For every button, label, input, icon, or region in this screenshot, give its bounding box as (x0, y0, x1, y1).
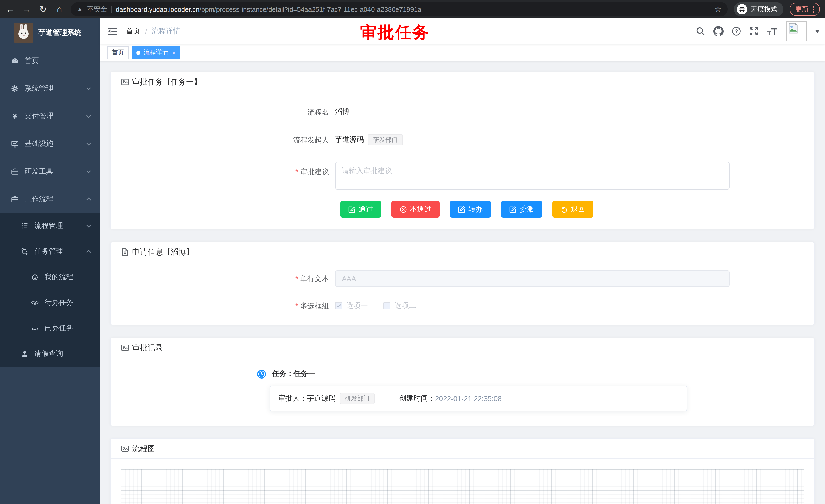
sidebar: 芋道管理系统 首页 系统管理 ¥ 支付管理 基础设施 (0, 18, 100, 504)
tab-label: 首页 (112, 48, 124, 57)
approver-label: 审批人： (278, 394, 307, 403)
navbar-actions: ? (696, 21, 825, 41)
document-icon (121, 248, 129, 256)
opinion-textarea[interactable] (335, 162, 730, 189)
field-label: 流程名 (121, 106, 335, 118)
breadcrumb-home[interactable]: 首页 (126, 27, 140, 36)
reject-button[interactable]: 不通过 (391, 201, 440, 218)
delegate-button[interactable]: 委派 (501, 201, 542, 218)
chevron-down-icon (86, 169, 92, 175)
red-annotation-text: 审批任务 (360, 21, 430, 44)
sidebar-item-label: 基础设施 (24, 139, 53, 149)
sidebar-item-leave-query[interactable]: 请假查询 (0, 341, 100, 367)
card-header: 申请信息【滔博】 (111, 242, 814, 262)
bpmn-canvas-grid[interactable] (121, 469, 804, 504)
card-title: 申请信息【滔博】 (132, 247, 194, 257)
sidebar-item-todo-tasks[interactable]: 待办任务 (0, 290, 100, 316)
field-label: *单行文本 (121, 273, 335, 284)
reload-icon[interactable]: ↻ (38, 5, 48, 14)
main-area: 首页 / 流程详情 审批任务 ? 首页 (100, 18, 825, 504)
search-icon[interactable] (696, 27, 705, 36)
eye-closed-icon (31, 324, 39, 332)
sidebar-item-home[interactable]: 首页 (0, 47, 100, 75)
gear-icon (11, 85, 19, 93)
update-chrome-button[interactable]: 更新 (790, 3, 820, 16)
navbar: 首页 / 流程详情 审批任务 ? (100, 18, 825, 44)
approval-record-card: 审批记录 任务：任务一 审批人： 芋道源码 研发部门 创建时间： (110, 338, 815, 426)
app-logo[interactable]: 芋道管理系统 (0, 18, 100, 47)
tab-process-detail[interactable]: 流程详情 × (132, 46, 180, 59)
field-label: 流程发起人 (121, 134, 335, 146)
card-header: 审批任务【任务一】 (111, 72, 814, 92)
chevron-down-icon (86, 141, 92, 147)
monitor-icon (11, 140, 19, 148)
initiator-row: 流程发起人 芋道源码 研发部门 (121, 134, 804, 146)
chevron-up-icon (86, 248, 92, 255)
picture-icon (121, 444, 129, 453)
sidebar-item-system[interactable]: 系统管理 (0, 75, 100, 102)
sidebar-item-devtools[interactable]: 研发工具 (0, 158, 100, 185)
sidebar-item-label: 流程管理 (34, 221, 63, 231)
sidebar-collapse-icon[interactable] (100, 26, 118, 36)
approve-button[interactable]: 通过 (340, 201, 381, 218)
breadcrumb-current: 流程详情 (152, 27, 180, 36)
sidebar-item-payment[interactable]: ¥ 支付管理 (0, 102, 100, 130)
svg-text:?: ? (735, 28, 738, 34)
toolbox-icon (11, 195, 19, 203)
close-icon[interactable]: × (172, 50, 175, 56)
checkbox-option2[interactable]: 选项二 (383, 301, 416, 310)
checkbox-option1[interactable]: 选项一 (335, 301, 368, 310)
sidebar-item-infra[interactable]: 基础设施 (0, 130, 100, 158)
approval-actions: 通过 不通过 转办 委派 (121, 201, 804, 218)
return-button[interactable]: 退回 (552, 201, 593, 218)
checkbox-unchecked-icon (383, 302, 390, 309)
security-label: 不安全 (87, 5, 107, 14)
field-label: *审批建议 (121, 162, 335, 177)
checkbox-group: 选项一 选项二 (335, 301, 432, 310)
transfer-button[interactable]: 转办 (450, 201, 491, 218)
address-bar[interactable]: ▲ 不安全 dashboard.yudao.iocoder.cn/bpm/pro… (71, 2, 728, 16)
sidebar-item-task-mgmt[interactable]: 任务管理 (0, 239, 100, 264)
initiator-value: 芋道源码 研发部门 (335, 134, 403, 146)
bookmark-star-icon[interactable]: ☆ (715, 5, 722, 14)
font-size-icon[interactable] (767, 27, 778, 36)
browser-menu-icon[interactable] (813, 6, 814, 12)
sidebar-item-done-tasks[interactable]: 已办任务 (0, 316, 100, 341)
dept-tag: 研发部门 (340, 393, 375, 404)
github-icon[interactable] (713, 26, 724, 36)
help-icon[interactable]: ? (732, 27, 741, 36)
timeline-item: 任务：任务一 (121, 369, 804, 379)
sidebar-item-process-mgmt[interactable]: 流程管理 (0, 213, 100, 239)
checkbox-checked-icon (335, 302, 342, 309)
sidebar-item-label: 待办任务 (45, 298, 73, 307)
incognito-icon (737, 4, 747, 14)
sidebar-item-label: 任务管理 (34, 247, 63, 256)
sidebar-item-label: 我的流程 (45, 272, 73, 282)
avatar-caret-icon[interactable] (815, 30, 820, 33)
avatar[interactable] (786, 21, 807, 41)
sidebar-item-workflow[interactable]: 工作流程 (0, 185, 100, 213)
forward-icon[interactable]: → (21, 5, 32, 14)
sidebar-item-my-process[interactable]: 我的流程 (0, 264, 100, 290)
card-title: 流程图 (132, 444, 155, 453)
tab-home[interactable]: 首页 (107, 46, 129, 59)
process-name-value: 滔博 (335, 107, 350, 117)
home-icon[interactable]: ⌂ (54, 5, 65, 14)
fullscreen-icon[interactable] (749, 27, 758, 36)
sidebar-item-label: 支付管理 (24, 112, 53, 121)
url-text: dashboard.yudao.iocoder.cn/bpm/process-i… (116, 5, 710, 13)
card-title: 审批记录 (132, 343, 163, 353)
flow-icon (20, 247, 29, 256)
app-title: 芋道管理系统 (39, 28, 81, 37)
browser-window: ← → ↻ ⌂ ▲ 不安全 dashboard.yudao.iocoder.cn… (0, 0, 825, 504)
required-asterisk: * (295, 302, 298, 310)
process-name-row: 流程名 滔博 (121, 106, 804, 118)
update-label: 更新 (795, 5, 809, 14)
back-icon[interactable]: ← (5, 5, 15, 14)
workflow-submenu: 流程管理 任务管理 我的流程 待办任务 (0, 213, 100, 367)
card-header: 审批记录 (111, 338, 814, 358)
edit-icon (349, 205, 356, 213)
single-line-text-input[interactable] (335, 270, 730, 287)
opinion-row: *审批建议 (121, 162, 804, 189)
incognito-label: 无痕模式 (751, 5, 777, 14)
